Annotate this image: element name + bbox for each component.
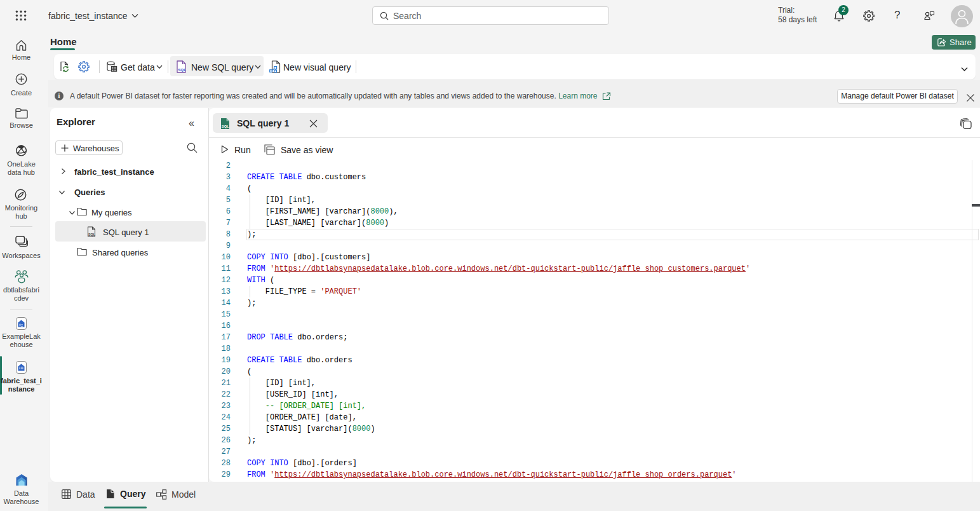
svg-text:SQL: SQL bbox=[178, 67, 186, 72]
svg-text:SQL: SQL bbox=[222, 125, 229, 128]
svg-text:SQL: SQL bbox=[88, 233, 96, 236]
